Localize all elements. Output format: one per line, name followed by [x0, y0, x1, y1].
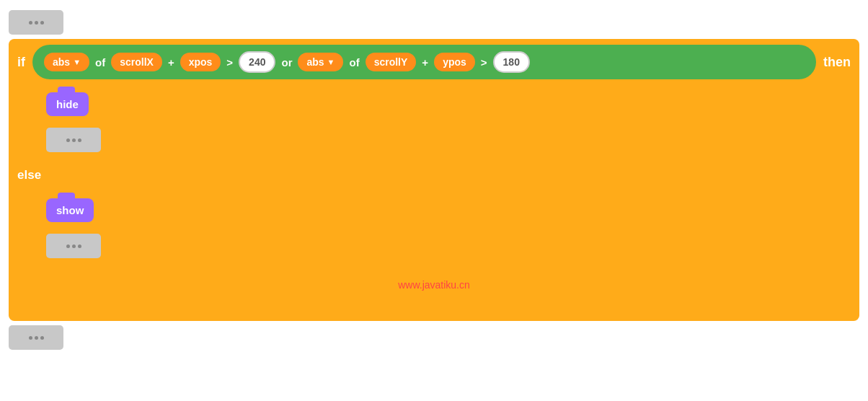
if-keyword: if	[17, 55, 25, 70]
dropdown-arrow-2: ▼	[327, 58, 335, 66]
watermark-text: www.javatiku.cn	[9, 275, 859, 295]
xpos-pill[interactable]: xpos	[180, 53, 221, 71]
scrollx-label: scrollX	[120, 56, 154, 68]
xpos-label: xpos	[189, 56, 213, 68]
scrollx-pill[interactable]: scrollX	[111, 53, 162, 71]
bottom-connector-dots	[9, 325, 63, 350]
then-keyword: then	[823, 55, 851, 70]
val-240[interactable]: 240	[239, 51, 275, 73]
gt-1: >	[226, 56, 233, 69]
abs-dropdown-1[interactable]: abs ▼	[44, 53, 89, 71]
or-text: or	[281, 56, 292, 69]
hide-label: hide	[56, 98, 79, 110]
then-inner-dots	[46, 128, 101, 152]
gt-2: >	[481, 56, 487, 69]
then-body: hide	[9, 85, 859, 159]
else-keyword: else	[17, 168, 41, 182]
else-inner-dots	[46, 234, 101, 258]
abs-label-1: abs	[53, 56, 70, 68]
ypos-label: ypos	[443, 56, 466, 68]
bottom-strip	[9, 299, 859, 321]
val-180[interactable]: 180	[493, 51, 530, 73]
watermark-strip: www.javatiku.cn	[9, 270, 859, 299]
scrolly-pill[interactable]: scrollY	[366, 53, 417, 71]
else-body: show	[9, 191, 859, 270]
val-240-label: 240	[249, 56, 265, 68]
else-row: else	[9, 159, 859, 191]
top-connector-dots	[9, 10, 63, 35]
ypos-pill[interactable]: ypos	[434, 53, 475, 71]
if-else-block: if abs ▼ of scrollX + xpos > 240	[9, 39, 859, 321]
plus-2: +	[422, 56, 428, 69]
of-text-2: of	[349, 56, 359, 69]
dropdown-arrow-1: ▼	[73, 58, 81, 66]
show-block[interactable]: show	[46, 198, 94, 222]
val-180-label: 180	[503, 56, 520, 68]
condition-area: abs ▼ of scrollX + xpos > 240 or	[32, 45, 816, 79]
show-label: show	[56, 204, 84, 216]
hide-block[interactable]: hide	[46, 92, 89, 116]
plus-1: +	[168, 56, 174, 69]
scrolly-label: scrollY	[374, 56, 408, 68]
abs-label-2: abs	[306, 56, 324, 68]
of-text-1: of	[95, 56, 105, 69]
if-then-row: if abs ▼ of scrollX + xpos > 240	[9, 39, 859, 85]
abs-dropdown-2[interactable]: abs ▼	[298, 53, 343, 71]
